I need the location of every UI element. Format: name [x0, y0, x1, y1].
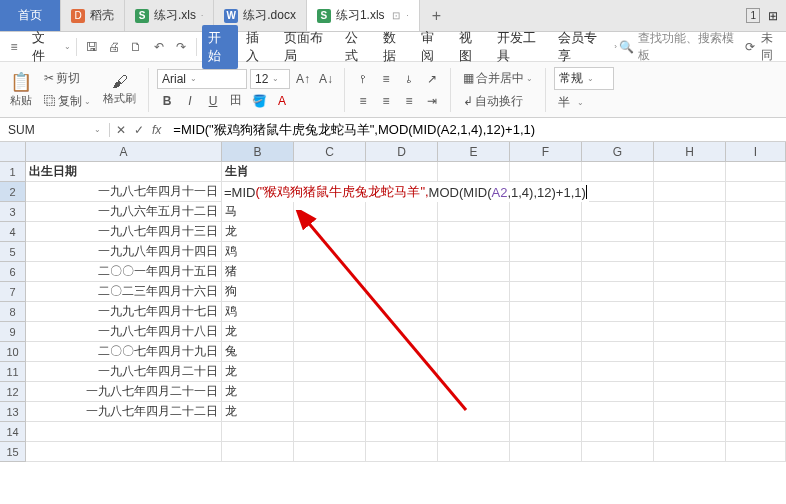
cell[interactable]	[366, 162, 438, 182]
cell[interactable]	[438, 362, 510, 382]
cell[interactable]	[582, 442, 654, 462]
cell[interactable]	[438, 322, 510, 342]
cell[interactable]	[654, 222, 726, 242]
cell[interactable]: 兔	[222, 342, 294, 362]
cell[interactable]	[582, 302, 654, 322]
cell[interactable]	[294, 222, 366, 242]
cell[interactable]	[654, 282, 726, 302]
cell[interactable]: 一九八七年四月二十日	[26, 362, 222, 382]
cell[interactable]: 鸡	[222, 242, 294, 262]
border-button[interactable]: 田	[226, 91, 246, 111]
cell[interactable]	[366, 442, 438, 462]
print-icon[interactable]: 🖨	[104, 36, 124, 58]
cell[interactable]	[726, 302, 786, 322]
cell[interactable]	[654, 262, 726, 282]
cell[interactable]: 龙	[222, 382, 294, 402]
cell[interactable]	[438, 162, 510, 182]
cell[interactable]	[438, 282, 510, 302]
sync-icon[interactable]: ⟳	[745, 40, 755, 54]
cell[interactable]	[510, 362, 582, 382]
cell[interactable]	[654, 342, 726, 362]
cell[interactable]: 一九九八年四月十四日	[26, 242, 222, 262]
cell[interactable]	[294, 262, 366, 282]
cell[interactable]: 一九八七年四月二十二日	[26, 402, 222, 422]
col-header-I[interactable]: I	[726, 142, 786, 162]
cell[interactable]: 二〇〇七年四月十九日	[26, 342, 222, 362]
cell[interactable]	[366, 382, 438, 402]
cell[interactable]	[366, 302, 438, 322]
cell[interactable]: 狗	[222, 282, 294, 302]
col-header-B[interactable]: B	[222, 142, 294, 162]
cell[interactable]	[438, 422, 510, 442]
menu-formula[interactable]: 公式	[339, 25, 375, 69]
cell[interactable]	[438, 402, 510, 422]
cell[interactable]	[294, 402, 366, 422]
cell[interactable]	[582, 262, 654, 282]
row-header-11[interactable]: 11	[0, 362, 26, 382]
copy-button[interactable]: ⿻复制⌄	[40, 91, 95, 112]
cell[interactable]: 一九八七年四月十八日	[26, 322, 222, 342]
row-header-13[interactable]: 13	[0, 402, 26, 422]
cell[interactable]	[726, 162, 786, 182]
fx-icon[interactable]: fx	[152, 123, 161, 137]
tab-docker[interactable]: D 稻壳	[61, 0, 125, 31]
cell[interactable]	[438, 302, 510, 322]
cell[interactable]	[582, 422, 654, 442]
cell[interactable]	[510, 262, 582, 282]
cell[interactable]	[510, 402, 582, 422]
cell[interactable]: 生肖	[222, 162, 294, 182]
row-header-15[interactable]: 15	[0, 442, 26, 462]
row-header-3[interactable]: 3	[0, 202, 26, 222]
cell[interactable]	[222, 422, 294, 442]
align-right-button[interactable]: ≡	[399, 91, 419, 111]
cell[interactable]	[582, 362, 654, 382]
menu-start[interactable]: 开始	[202, 25, 238, 69]
cell[interactable]	[654, 322, 726, 342]
select-all-corner[interactable]	[0, 142, 26, 162]
cell[interactable]	[438, 342, 510, 362]
cell[interactable]	[726, 442, 786, 462]
cell[interactable]	[26, 442, 222, 462]
cell[interactable]	[582, 222, 654, 242]
cell[interactable]: 二〇〇一年四月十五日	[26, 262, 222, 282]
cell[interactable]: 一九八七年四月十一日	[26, 182, 222, 202]
accept-formula-icon[interactable]: ✓	[134, 123, 144, 137]
preview-icon[interactable]: 🗋	[126, 36, 146, 58]
menu-hamburger-icon[interactable]: ≡	[4, 36, 24, 58]
cell[interactable]	[510, 222, 582, 242]
row-header-5[interactable]: 5	[0, 242, 26, 262]
cell[interactable]	[510, 282, 582, 302]
cell[interactable]	[726, 382, 786, 402]
col-header-H[interactable]: H	[654, 142, 726, 162]
cell[interactable]	[726, 182, 786, 202]
cell[interactable]	[654, 382, 726, 402]
cell[interactable]: 鸡	[222, 302, 294, 322]
align-top-button[interactable]: ⫯	[353, 69, 373, 89]
cell[interactable]	[582, 322, 654, 342]
cell[interactable]: =MID("猴鸡狗猪鼠牛虎兔龙蛇马羊",MOD(MID(A2,1,4),12)+…	[222, 182, 294, 202]
cell[interactable]	[366, 402, 438, 422]
cell[interactable]	[294, 242, 366, 262]
cell[interactable]	[294, 442, 366, 462]
cell[interactable]	[582, 342, 654, 362]
cell[interactable]	[582, 282, 654, 302]
cell[interactable]	[366, 282, 438, 302]
cell[interactable]	[222, 442, 294, 462]
cell[interactable]	[366, 222, 438, 242]
menu-data[interactable]: 数据	[377, 25, 413, 69]
cell[interactable]	[438, 262, 510, 282]
cell[interactable]	[654, 402, 726, 422]
col-header-D[interactable]: D	[366, 142, 438, 162]
cell[interactable]	[366, 362, 438, 382]
cell[interactable]	[726, 242, 786, 262]
cell[interactable]: 龙	[222, 362, 294, 382]
cell[interactable]	[294, 322, 366, 342]
menu-file[interactable]: 文件	[26, 25, 62, 69]
cell[interactable]	[582, 162, 654, 182]
cell[interactable]: 猪	[222, 262, 294, 282]
cell[interactable]	[366, 342, 438, 362]
cancel-formula-icon[interactable]: ✕	[116, 123, 126, 137]
cell[interactable]: 龙	[222, 402, 294, 422]
font-color-button[interactable]: A	[272, 91, 292, 111]
cell[interactable]	[582, 402, 654, 422]
